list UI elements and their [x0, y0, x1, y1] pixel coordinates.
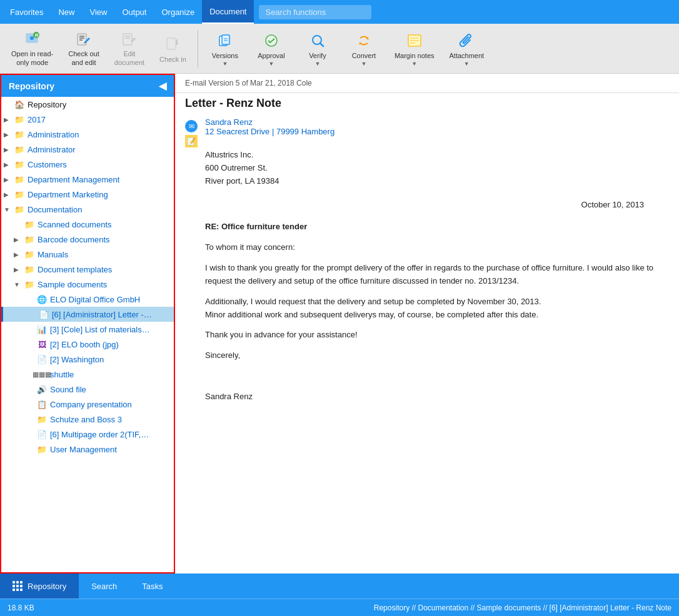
tree-toggle-2017: ▶ — [4, 116, 14, 123]
sidebar-item-documentation[interactable]: ▼ 📁 Documentation — [1, 202, 174, 217]
folder-icon-dept-mgmt: 📁 — [14, 174, 25, 185]
document-email-icon: ✉ — [185, 120, 198, 132]
checkout-edit-button[interactable]: Check outand edit — [62, 27, 106, 71]
margin-notes-button[interactable]: Margin notes ▼ — [388, 27, 441, 71]
convert-label: Convert — [352, 52, 376, 59]
svg-rect-4 — [78, 34, 86, 45]
recipient-line1: Altustrics Inc. — [205, 149, 669, 162]
sidebar-item-user-mgmt[interactable]: 📁 User Management — [1, 442, 174, 457]
admin-letter-label: [6] [Administrator] Letter - Re — [52, 310, 152, 319]
tree-toggle-manuals: ▶ — [14, 251, 24, 258]
sidebar-item-multipage-order[interactable]: 📄 [6] Multipage order 2(TIF, BW — [1, 427, 174, 442]
attachment-label: Attachment — [450, 52, 485, 59]
versions-button[interactable]: Versions ▼ — [203, 27, 247, 71]
sidebar-item-elo-booth[interactable]: 🖼 [2] ELO booth (jpg) — [1, 337, 174, 352]
status-size: 18.8 KB — [8, 604, 34, 612]
checkin-button[interactable]: Check in — [153, 27, 193, 71]
sidebar-item-schulze-boss[interactable]: 📁 Schulze and Boss 3 — [1, 412, 174, 427]
bottom-nav-search[interactable]: Search — [79, 574, 129, 599]
letter-greeting: To whom it may concern: — [205, 241, 669, 254]
approval-button[interactable]: Approval ▼ — [249, 27, 293, 71]
sidebar-item-barcode-docs[interactable]: ▶ 📁 Barcode documents — [1, 232, 174, 247]
menu-favorites[interactable]: Favorites — [3, 0, 51, 24]
sidebar-item-administration[interactable]: ▶ 📁 Administration — [1, 127, 174, 142]
bottom-nav-repository[interactable]: Repository — [0, 574, 79, 599]
sender-name[interactable]: Sandra Renz — [205, 117, 669, 127]
folder-icon-doc-templates: 📁 — [24, 264, 35, 275]
sidebar-item-elo-digital[interactable]: 🌐 ELO Digital Office GmbH — [1, 292, 174, 307]
recipient-line3: River port, LA 19384 — [205, 175, 669, 188]
sidebar-item-customers[interactable]: ▶ 📁 Customers — [1, 157, 174, 172]
menu-view[interactable]: View — [82, 0, 114, 24]
document-area: E-mail Version 5 of Mar 21, 2018 Cole Le… — [175, 74, 679, 574]
shuttle-icon: ▦▦▦ — [36, 369, 48, 380]
sender-address[interactable]: 12 Seacrest Drive | 79999 Hamberg — [205, 127, 669, 136]
menu-document[interactable]: Document — [202, 0, 254, 24]
tree-toggle-administrator: ▶ — [4, 146, 14, 153]
sidebar-item-repository[interactable]: 🏠 Repository — [1, 97, 174, 112]
sender-addr-link[interactable]: 12 Seacrest Drive | 79999 Hamberg — [205, 127, 334, 136]
menu-organize[interactable]: Organize — [154, 0, 202, 24]
administrator-label: Administrator — [28, 145, 76, 154]
sidebar-item-2017[interactable]: ▶ 📁 2017 — [1, 112, 174, 127]
verify-icon — [308, 31, 328, 51]
margin-notes-label: Margin notes — [395, 52, 435, 59]
customers-label: Customers — [28, 160, 67, 169]
sidebar-item-sample-docs[interactable]: ▼ 📁 Sample documents — [1, 277, 174, 292]
folder-icon-barcode: 📁 — [24, 234, 35, 245]
edit-doc-button[interactable]: Editdocument — [108, 27, 151, 71]
document-content: ✉ 📝 Sandra Renz 12 Seacrest Drive | 7999… — [175, 117, 679, 421]
convert-arrow: ▼ — [361, 61, 366, 67]
sidebar-item-administrator[interactable]: ▶ 📁 Administrator — [1, 142, 174, 157]
tree-toggle-dept-mktg: ▶ — [4, 191, 14, 198]
letter-subject: RE: Office furniture tender — [205, 222, 669, 231]
letter-body1: I wish to thank you greatly for the prom… — [205, 262, 669, 288]
sender-name-link[interactable]: Sandra Renz — [205, 117, 253, 127]
sidebar-item-washington[interactable]: 📄 [2] Washington — [1, 352, 174, 367]
search-input[interactable] — [259, 5, 371, 19]
cole-list-label: [3] [Cole] List of materials (xl — [50, 325, 150, 334]
sidebar-item-dept-mgmt[interactable]: ▶ 📁 Department Management — [1, 172, 174, 187]
bottom-nav-tasks[interactable]: Tasks — [129, 574, 175, 599]
convert-button[interactable]: Convert ▼ — [342, 27, 386, 71]
versions-arrow: ▼ — [222, 61, 228, 67]
convert-icon — [354, 31, 374, 51]
attachment-icon — [456, 31, 476, 51]
sidebar-item-admin-letter[interactable]: 📄 [6] [Administrator] Letter - Re — [1, 307, 174, 322]
document-date: October 10, 2013 — [205, 200, 669, 209]
menu-new[interactable]: New — [51, 0, 82, 24]
sidebar-item-scanned-docs[interactable]: 📁 Scanned documents — [1, 217, 174, 232]
attachment-button[interactable]: Attachment ▼ — [443, 27, 491, 71]
toolbar-sep-1 — [198, 30, 198, 67]
edit-doc-icon — [119, 30, 139, 47]
checkout-edit-label: Check outand edit — [68, 50, 99, 66]
sidebar-item-sound-file[interactable]: 🔊 Sound file — [1, 382, 174, 397]
sidebar-item-cole-list[interactable]: 📊 [3] [Cole] List of materials (xl — [1, 322, 174, 337]
washington-label: [2] Washington — [50, 355, 104, 364]
verify-button[interactable]: Verify ▼ — [296, 27, 340, 71]
margin-notes-icon — [405, 31, 425, 51]
elo-booth-label: [2] ELO booth (jpg) — [50, 340, 119, 349]
doc-templates-label: Document templates — [38, 265, 112, 274]
grid-icon — [13, 581, 23, 591]
sound-file-icon: 🔊 — [36, 384, 48, 395]
sidebar-collapse-button[interactable]: ◀ — [159, 80, 166, 92]
sidebar-title: Repository — [9, 81, 54, 91]
folder-icon-administrator: 📁 — [14, 144, 25, 155]
document-title: Letter - Renz Note — [175, 93, 679, 117]
svg-rect-8 — [123, 34, 132, 45]
menu-output[interactable]: Output — [114, 0, 154, 24]
sidebar-item-dept-mktg[interactable]: ▶ 📁 Department Marketing — [1, 187, 174, 202]
open-readonly-button[interactable]: R Open in read-only mode — [5, 27, 59, 71]
sidebar-item-doc-templates[interactable]: ▶ 📁 Document templates — [1, 262, 174, 277]
svg-rect-11 — [167, 38, 176, 49]
shuttle-label: shuttle — [50, 370, 74, 379]
sidebar-item-company-pres[interactable]: 📋 Company presentation — [1, 397, 174, 412]
elo-booth-icon: 🖼 — [36, 339, 48, 350]
multipage-order-label: [6] Multipage order 2(TIF, BW — [50, 430, 150, 439]
open-readonly-label: Open in read-only mode — [11, 50, 53, 66]
sidebar-item-shuttle[interactable]: ▦▦▦ shuttle — [1, 367, 174, 382]
folder-icon-2017: 📁 — [14, 114, 25, 125]
status-bar: 18.8 KB Repository // Documentation // S… — [0, 599, 679, 616]
sidebar-item-manuals[interactable]: ▶ 📁 Manuals — [1, 247, 174, 262]
